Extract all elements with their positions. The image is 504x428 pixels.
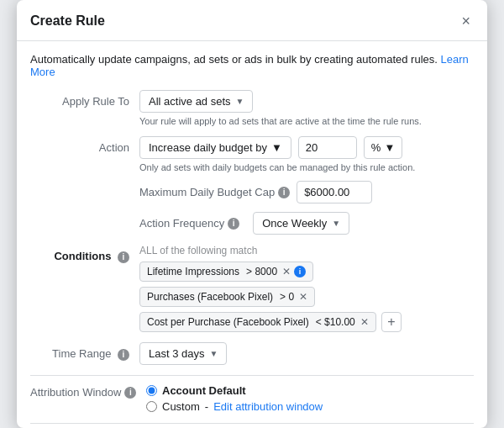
action-frequency-caret-icon: ▼	[332, 219, 340, 228]
modal-header: Create Rule ×	[17, 0, 487, 41]
condition-tag-impressions: Lifetime Impressions > 8000 ✕ i	[139, 262, 313, 282]
action-row: Action Increase daily budget by ▼ % ▼ On…	[30, 136, 474, 235]
attribution-custom-radio[interactable]	[146, 401, 157, 412]
attribution-custom-link[interactable]: Edit attribution window	[213, 400, 323, 413]
action-frequency-label: Action Frequency i	[139, 217, 239, 230]
create-rule-modal: Create Rule × Automatically update campa…	[17, 0, 487, 428]
action-frequency-info-icon[interactable]: i	[228, 218, 239, 230]
attribution-account-default[interactable]: Account Default	[146, 384, 323, 397]
conditions-row: Conditions i ALL of the following match …	[30, 245, 474, 332]
divider-1	[30, 375, 474, 376]
action-frequency-row: Action Frequency i Once Weekly ▼	[139, 212, 474, 235]
modal-body: Automatically update campaigns, ad sets …	[17, 41, 487, 428]
attribution-window-info-icon[interactable]: i	[124, 387, 136, 399]
apply-rule-select[interactable]: All active ad sets ▼	[139, 90, 253, 113]
attribution-custom[interactable]: Custom - Edit attribution window	[146, 400, 323, 413]
action-content: Increase daily budget by ▼ % ▼ Only ad s…	[139, 136, 474, 235]
apply-rule-row: Apply Rule To All active ad sets ▼ Your …	[30, 90, 474, 126]
condition-tag-purchases: Purchases (Facebook Pixel) > 0 ✕	[139, 287, 315, 307]
time-range-row: Time Range i Last 3 days ▼	[30, 342, 474, 365]
budget-cap-row: Maximum Daily Budget Cap i	[139, 181, 474, 203]
action-frequency-select[interactable]: Once Weekly ▼	[253, 212, 349, 235]
description-text: Automatically update campaigns, ad sets …	[30, 53, 474, 78]
action-number-input[interactable]	[298, 136, 357, 159]
time-range-select[interactable]: Last 3 days ▼	[139, 342, 227, 365]
add-condition-button[interactable]: +	[381, 312, 402, 332]
attribution-window-section: Attribution Window i Account Default Cus…	[30, 384, 474, 413]
budget-cap-input[interactable]	[297, 181, 372, 203]
action-type-caret-icon: ▼	[271, 141, 282, 154]
unit-caret-icon: ▼	[384, 141, 395, 154]
action-type-select[interactable]: Increase daily budget by ▼	[139, 136, 291, 159]
conditions-info-icon[interactable]: i	[118, 251, 129, 263]
condition-tag-purchases-close[interactable]: ✕	[299, 291, 307, 303]
time-range-label: Time Range i	[30, 342, 139, 361]
time-range-caret-icon: ▼	[210, 349, 218, 358]
apply-rule-label: Apply Rule To	[30, 90, 139, 108]
time-range-content: Last 3 days ▼	[139, 342, 474, 365]
attribution-window-label: Attribution Window i	[30, 384, 139, 399]
apply-rule-caret-icon: ▼	[236, 97, 244, 106]
unit-select[interactable]: % ▼	[364, 136, 402, 159]
time-range-info-icon[interactable]: i	[118, 349, 129, 361]
condition-tags-row1: Lifetime Impressions > 8000 ✕ i Purchase…	[139, 262, 474, 307]
modal-title: Create Rule	[30, 13, 105, 29]
conditions-helper: ALL of the following match	[139, 245, 474, 256]
apply-rule-content: All active ad sets ▼ Your rule will appl…	[139, 90, 474, 126]
conditions-content: ALL of the following match Lifetime Impr…	[139, 245, 474, 332]
condition-tag-cost: Cost per Purchase (Facebook Pixel) < $10…	[139, 312, 376, 332]
attribution-custom-label: Custom	[162, 400, 200, 413]
condition-tags-row2: Cost per Purchase (Facebook Pixel) < $10…	[139, 312, 474, 332]
budget-cap-label: Maximum Daily Budget Cap i	[139, 186, 290, 198]
divider-2	[30, 423, 474, 424]
attribution-window-options: Account Default Custom - Edit attributio…	[146, 384, 323, 413]
action-label: Action	[30, 136, 139, 154]
condition-tag-impressions-info[interactable]: i	[294, 266, 306, 277]
budget-cap-info-icon[interactable]: i	[278, 187, 290, 198]
attribution-account-default-label: Account Default	[162, 384, 246, 397]
conditions-label: Conditions i	[30, 245, 139, 263]
action-controls: Increase daily budget by ▼ % ▼	[139, 136, 474, 159]
attribution-account-default-radio[interactable]	[146, 385, 157, 396]
close-button[interactable]: ×	[458, 12, 474, 30]
apply-rule-hint: Your rule will apply to ad sets that are…	[139, 116, 474, 126]
action-hint: Only ad sets with daily budgets can be m…	[139, 162, 474, 172]
condition-tag-cost-close[interactable]: ✕	[360, 316, 369, 328]
condition-tag-impressions-close[interactable]: ✕	[282, 266, 291, 277]
